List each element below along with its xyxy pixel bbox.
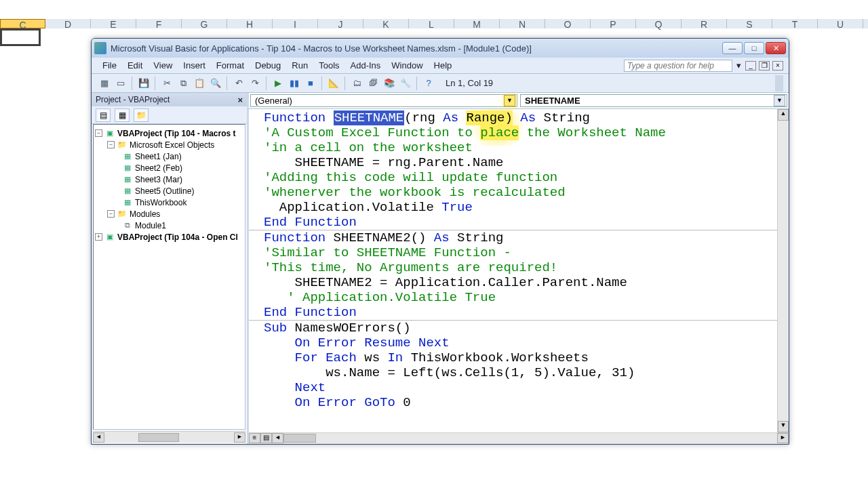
menu-debug[interactable]: Debug <box>250 59 286 72</box>
mdi-close[interactable]: × <box>772 61 783 70</box>
toolbar: ▦ ▭ 💾 ✂ ⧉ 📋 🔍 ↶ ↷ ▶ ▮▮ ■ 📐 🗂 🗊 📚 🔧 ? Ln … <box>92 74 789 93</box>
code-pane: (General) ▼ SHEETNAME ▼ Function SHEETNA… <box>249 93 789 444</box>
maximize-button[interactable]: □ <box>744 42 764 54</box>
procedure-combo[interactable]: SHEETNAME ▼ <box>520 94 787 107</box>
procedure-view-icon[interactable]: ≡ <box>249 433 260 443</box>
tree-item[interactable]: ▦Sheet3 (Mar) <box>95 174 243 185</box>
column-header[interactable]: S <box>727 19 772 28</box>
insert-module-icon[interactable]: ▭ <box>113 76 128 91</box>
excel-column-headers: CDEFGHIJKLMNOPQRSTU <box>0 19 868 28</box>
project-tree[interactable]: −▣VBAProject (Tip 104 - Macros t −📁Micro… <box>93 124 245 430</box>
full-module-view-icon[interactable]: ▤ <box>260 433 272 443</box>
project-explorer-title[interactable]: Project - VBAProject × <box>92 93 247 106</box>
object-combo[interactable]: (General) ▼ <box>250 94 517 107</box>
help-search[interactable] <box>624 60 732 72</box>
redo-icon[interactable]: ↷ <box>248 76 262 91</box>
column-header[interactable]: K <box>363 19 409 28</box>
run-icon[interactable]: ▶ <box>271 76 285 91</box>
column-header[interactable]: N <box>500 19 545 28</box>
view-excel-icon[interactable]: ▦ <box>97 76 112 91</box>
find-icon[interactable]: 🔍 <box>208 76 223 91</box>
menu-insert[interactable]: Insert <box>178 59 211 72</box>
menu-help[interactable]: Help <box>429 59 458 72</box>
project-explorer-close[interactable]: × <box>237 95 243 105</box>
cursor-position: Ln 1, Col 19 <box>446 78 493 88</box>
column-header[interactable]: G <box>182 19 227 28</box>
window-title: Microsoft Visual Basic for Applications … <box>111 43 722 54</box>
tree-item[interactable]: ▦Sheet2 (Feb) <box>95 162 243 174</box>
chevron-down-icon[interactable]: ▼ <box>504 95 515 106</box>
tree-item[interactable]: ▦Sheet5 (Outline) <box>95 185 243 197</box>
menu-file[interactable]: File <box>97 59 122 72</box>
undo-icon[interactable]: ↶ <box>231 76 246 91</box>
column-header[interactable]: M <box>454 19 500 28</box>
design-mode-icon[interactable]: 📐 <box>326 76 341 91</box>
column-header[interactable]: D <box>45 19 91 28</box>
project-explorer-icon[interactable]: 🗂 <box>349 76 364 91</box>
minimize-button[interactable]: — <box>722 42 743 54</box>
toolbox-icon[interactable]: 🔧 <box>398 76 413 91</box>
menubar: FileEditViewInsertFormatDebugRunToolsAdd… <box>92 58 789 74</box>
mdi-minimize[interactable]: _ <box>745 61 756 70</box>
copy-icon[interactable]: ⧉ <box>176 76 191 91</box>
menu-tools[interactable]: Tools <box>313 59 344 72</box>
column-header[interactable]: I <box>273 19 318 28</box>
column-header[interactable]: O <box>545 19 591 28</box>
reset-icon[interactable]: ■ <box>303 76 318 91</box>
properties-icon[interactable]: 🗊 <box>366 76 380 91</box>
column-header[interactable]: J <box>318 19 363 28</box>
menu-window[interactable]: Window <box>386 59 428 72</box>
menu-add-ins[interactable]: Add-Ins <box>345 59 387 72</box>
mdi-restore[interactable]: ❐ <box>759 61 770 70</box>
app-icon <box>94 42 106 54</box>
menu-view[interactable]: View <box>148 59 178 72</box>
menu-run[interactable]: Run <box>286 59 313 72</box>
view-code-icon[interactable]: ▤ <box>96 108 111 122</box>
column-header[interactable]: U <box>818 19 863 28</box>
column-header[interactable]: F <box>136 19 182 28</box>
code-hscroll[interactable]: ≡ ▤ ◄► <box>249 432 789 444</box>
column-header[interactable]: R <box>682 19 727 28</box>
project-hscroll[interactable]: ◄► <box>93 431 245 443</box>
vbe-window: Microsoft Visual Basic for Applications … <box>91 38 789 445</box>
column-header[interactable]: L <box>409 19 454 28</box>
menu-format[interactable]: Format <box>211 59 250 72</box>
paste-icon[interactable]: 📋 <box>192 76 207 91</box>
help-icon[interactable]: ? <box>421 76 436 91</box>
cut-icon[interactable]: ✂ <box>159 76 174 91</box>
selected-cell[interactable] <box>0 28 41 46</box>
tree-item[interactable]: ▦ThisWorkbook <box>95 197 243 208</box>
chevron-down-icon[interactable]: ▼ <box>774 95 785 106</box>
column-header[interactable]: Q <box>636 19 682 28</box>
break-icon[interactable]: ▮▮ <box>287 76 302 91</box>
close-button[interactable]: ✕ <box>766 42 786 54</box>
project-explorer: Project - VBAProject × ▤ ▦ 📁 −▣VBAProjec… <box>92 93 249 444</box>
column-header[interactable]: E <box>91 19 136 28</box>
column-header[interactable]: P <box>591 19 636 28</box>
code-editor[interactable]: Function SHEETNAME(rng As Range) As Stri… <box>249 109 789 444</box>
view-object-icon[interactable]: ▦ <box>115 108 130 122</box>
column-header[interactable]: C <box>0 19 45 28</box>
tree-item[interactable]: ▦Sheet1 (Jan) <box>95 150 243 162</box>
save-icon[interactable]: 💾 <box>136 76 151 91</box>
column-header[interactable]: H <box>227 19 273 28</box>
code-vscroll[interactable]: ▲▼ <box>777 109 789 432</box>
object-browser-icon[interactable]: 📚 <box>382 76 397 91</box>
toggle-folders-icon[interactable]: 📁 <box>134 108 149 122</box>
column-header[interactable]: T <box>772 19 818 28</box>
titlebar[interactable]: Microsoft Visual Basic for Applications … <box>92 39 789 58</box>
menu-edit[interactable]: Edit <box>122 59 148 72</box>
